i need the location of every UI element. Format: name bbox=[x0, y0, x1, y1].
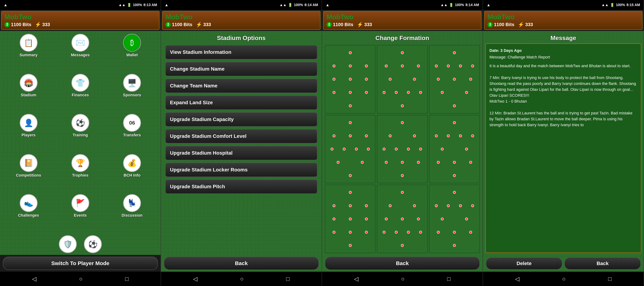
pd bbox=[332, 218, 336, 220]
screen-4: ▲ ▲▲ 🔋 100% 8:15 AM MobTwo ₿ 1100 Bits ⚡… bbox=[483, 0, 644, 286]
expand-land-size-button[interactable]: Expand Land Size bbox=[165, 95, 317, 110]
formation-3[interactable] bbox=[429, 45, 480, 113]
pd bbox=[407, 91, 410, 94]
pd bbox=[447, 64, 450, 67]
formation-4[interactable] bbox=[325, 115, 376, 183]
home-nav-button-3[interactable]: ○ bbox=[401, 276, 404, 282]
signal-icon-3: ▲▲ bbox=[440, 3, 448, 7]
home-nav-button-4[interactable]: ○ bbox=[562, 276, 566, 282]
formation-5[interactable] bbox=[377, 115, 428, 183]
messages-icon: ✉️ bbox=[72, 34, 89, 52]
upgrade-stadium-locker-button[interactable]: Upgrade Stadium Locker Rooms bbox=[165, 163, 317, 177]
back-nav-button[interactable]: ◁ bbox=[32, 276, 36, 282]
wallet-label: Wallet bbox=[126, 53, 138, 57]
pd bbox=[349, 121, 352, 124]
formation-9[interactable] bbox=[429, 185, 480, 253]
message-body: It is a beautiful day and the match betw… bbox=[490, 63, 637, 128]
fr-6-5 bbox=[430, 169, 479, 182]
delete-button[interactable]: Delete bbox=[486, 257, 562, 270]
menu-item-finances[interactable]: 👕 Finances bbox=[55, 74, 105, 112]
pd bbox=[401, 161, 404, 164]
pd bbox=[349, 134, 352, 137]
fr-7-2 bbox=[326, 199, 374, 212]
menu-item-challenges[interactable]: 👟 Challenges bbox=[4, 194, 54, 232]
menu-item-training[interactable]: ⚽ Training bbox=[55, 114, 105, 152]
upgrade-stadium-comfort-button[interactable]: Upgrade Stadium Comfort Level bbox=[165, 129, 317, 143]
formation-7[interactable] bbox=[325, 185, 376, 253]
switch-player-mode-button[interactable]: Switch To Player Mode bbox=[3, 257, 158, 270]
change-team-name-button[interactable]: Change Team Name bbox=[165, 79, 317, 93]
view-stadium-info-button[interactable]: View Stadium Information bbox=[165, 45, 317, 59]
pd bbox=[349, 218, 352, 220]
menu-item-summary[interactable]: 📋 Summary bbox=[4, 34, 54, 72]
header-title-4: MobTwo bbox=[488, 13, 639, 21]
menu-item-players[interactable]: 👤 Players bbox=[4, 114, 54, 152]
formation-6[interactable] bbox=[429, 115, 480, 183]
pd bbox=[401, 51, 404, 54]
pd bbox=[453, 104, 456, 107]
bits-value-4: 1100 Bits bbox=[494, 22, 514, 27]
pd bbox=[453, 51, 456, 54]
recents-nav-button-4[interactable]: □ bbox=[608, 276, 612, 282]
menu-item-transfers[interactable]: 06 Transfers bbox=[107, 114, 157, 152]
recents-nav-button-3[interactable]: □ bbox=[447, 276, 450, 282]
competitions-label: Competitions bbox=[16, 173, 41, 178]
players-icon: 👤 bbox=[20, 114, 38, 132]
home-nav-button-2[interactable]: ○ bbox=[240, 276, 244, 282]
bch-info-label: BCH Info bbox=[124, 173, 140, 178]
back-nav-button-2[interactable]: ◁ bbox=[193, 276, 198, 282]
menu-item-messages[interactable]: ✉️ Messages bbox=[55, 34, 105, 72]
pd bbox=[453, 161, 456, 164]
menu-item-extra2[interactable]: ⚽ bbox=[84, 235, 102, 253]
pd bbox=[441, 91, 444, 94]
menu-item-bch-info[interactable]: 💰 BCH Info bbox=[107, 154, 157, 192]
fr-7-4 bbox=[326, 226, 374, 239]
back-button-3[interactable]: Back bbox=[325, 257, 480, 270]
back-nav-button-3[interactable]: ◁ bbox=[354, 276, 358, 282]
menu-item-trophies[interactable]: 🏆 Trophies bbox=[55, 154, 105, 192]
bits-stat-2: ₿ 1100 Bits bbox=[166, 22, 192, 27]
menu-item-wallet[interactable]: ₿ Wallet bbox=[107, 34, 157, 72]
back-button-2[interactable]: Back bbox=[164, 257, 319, 270]
pd bbox=[437, 161, 440, 164]
menu-item-events[interactable]: 🚩 Events bbox=[55, 194, 105, 232]
upgrade-stadium-pitch-button[interactable]: Upgrade Stadium Pitch bbox=[165, 179, 317, 194]
home-nav-button[interactable]: ○ bbox=[79, 276, 82, 282]
pd bbox=[349, 78, 352, 81]
formation-1[interactable] bbox=[325, 45, 376, 113]
header-stats-3: ₿ 1100 Bits ⚡ 333 bbox=[326, 22, 478, 27]
fr-2-1 bbox=[378, 46, 426, 59]
menu-item-sponsors[interactable]: 🖥️ Sponsors bbox=[107, 74, 157, 112]
change-stadium-name-button[interactable]: Change Stadium Name bbox=[165, 62, 317, 76]
signal-icon-4: ▲▲ bbox=[602, 3, 608, 7]
menu-item-discussion[interactable]: 💺 Discussion bbox=[107, 194, 157, 232]
formation-2[interactable] bbox=[377, 45, 428, 113]
sponsors-icon: 🖥️ bbox=[123, 74, 141, 92]
fr-7-3 bbox=[326, 212, 374, 226]
pd bbox=[453, 244, 456, 247]
fr-5-1 bbox=[378, 116, 426, 129]
pd bbox=[401, 104, 404, 107]
upgrade-stadium-capacity-button[interactable]: Upgrade Stadium Capacity bbox=[165, 112, 317, 127]
back-button-4[interactable]: Back bbox=[564, 257, 641, 270]
recents-nav-button[interactable]: □ bbox=[125, 276, 128, 282]
upgrade-stadium-hospital-button[interactable]: Upgrade Stadium Hospital bbox=[165, 146, 317, 160]
recents-nav-button-2[interactable]: □ bbox=[286, 276, 290, 282]
formation-8[interactable] bbox=[377, 185, 428, 253]
pd bbox=[413, 204, 416, 207]
pd bbox=[401, 218, 404, 220]
fr-6-2 bbox=[430, 129, 479, 142]
pd bbox=[401, 174, 404, 177]
wifi-icon-3: ▲ bbox=[326, 3, 330, 7]
stadium-icon: 🏟️ bbox=[20, 74, 38, 92]
pd bbox=[349, 244, 352, 247]
energy-value-2: 333 bbox=[203, 22, 211, 27]
back-nav-button-4[interactable]: ◁ bbox=[515, 276, 520, 282]
menu-item-competitions[interactable]: 📔 Competitions bbox=[4, 154, 54, 192]
bitcoin-icon-3: ₿ bbox=[326, 22, 332, 27]
fr-8-4 bbox=[378, 226, 426, 239]
fr-5-5 bbox=[378, 169, 426, 182]
menu-item-stadium[interactable]: 🏟️ Stadium bbox=[4, 74, 54, 112]
menu-item-extra1[interactable]: 🛡️ bbox=[59, 235, 77, 253]
transfers-label: Transfers bbox=[123, 133, 141, 137]
